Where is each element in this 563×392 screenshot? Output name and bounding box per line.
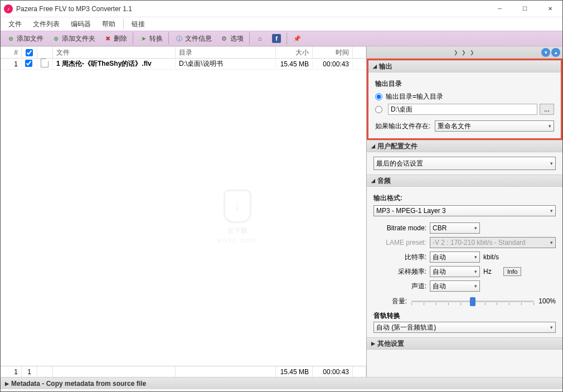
grid-header: # 文件 目录 大小 时间 <box>1 46 366 59</box>
row-time: 00:00:43 <box>313 60 353 68</box>
table-row[interactable]: 1 1 周杰伦-《听TheShy的话》.flv D:\桌面\说明书 15.45 … <box>1 59 366 70</box>
row-dir: D:\桌面\说明书 <box>176 59 276 69</box>
section-audio-header[interactable]: ◢音频 <box>367 175 562 187</box>
slider-thumb[interactable] <box>470 297 475 306</box>
output-dir-label: 输出目录 <box>375 77 554 91</box>
footer-size: 15.45 MB <box>276 366 313 377</box>
maximize-button[interactable]: ☐ <box>512 1 537 17</box>
row-checkbox[interactable] <box>25 60 32 67</box>
settings-header[interactable]: ❯ ❯ ❯ ▾ ▴ <box>367 46 562 59</box>
channel-value: 自动 <box>433 282 446 291</box>
output-section-highlighted: ◢输出 输出目录 输出目录=输入目录 ... 如果输出文件存在: 重命名文件 <box>367 59 562 140</box>
sample-unit: Hz <box>483 268 500 275</box>
minimize-button[interactable]: ─ <box>487 1 512 17</box>
footer-count2: 1 <box>22 366 37 377</box>
grid-footer: 1 1 15.45 MB 00:00:43 <box>1 366 366 377</box>
profile-combo[interactable]: 最后的会话设置 <box>373 157 556 170</box>
track-value: 自动 (第一音频轨道) <box>376 323 436 332</box>
section-other-header[interactable]: ▶其他设置 <box>367 337 562 350</box>
pin-icon: 📌 <box>293 34 302 43</box>
col-time[interactable]: 时间 <box>313 47 353 58</box>
add-file-label: 添加文件 <box>17 34 43 43</box>
format-combo[interactable]: MP3 - MPEG-1 Layer 3 <box>373 205 556 216</box>
expand-all-icon[interactable]: ▴ <box>551 48 560 57</box>
col-dir[interactable]: 目录 <box>176 47 276 58</box>
select-all-checkbox[interactable] <box>26 49 33 56</box>
home-button[interactable]: ⌂ <box>252 33 268 44</box>
facebook-icon: f <box>272 34 281 43</box>
bitrate-value: 自动 <box>433 253 446 262</box>
convert-icon: ➤ <box>139 34 148 43</box>
toolbar-separator <box>287 32 287 45</box>
section-output-title: 输出 <box>379 62 392 71</box>
if-exists-label: 如果输出文件存在: <box>375 122 430 131</box>
output-path-radio[interactable] <box>375 106 382 113</box>
facebook-button[interactable]: f <box>269 33 284 44</box>
convert-button[interactable]: ➤转换 <box>135 33 166 45</box>
lame-preset-label: LAME preset: <box>373 239 426 246</box>
sample-combo[interactable]: 自动 <box>430 266 480 277</box>
options-button[interactable]: ⚙选项 <box>216 33 247 45</box>
toolbar-separator <box>249 32 250 45</box>
info-button[interactable]: Info <box>503 267 521 276</box>
menu-editor[interactable]: 编码器 <box>65 18 96 31</box>
add-folder-button[interactable]: ⊕添加文件夹 <box>48 33 99 45</box>
volume-slider[interactable] <box>411 296 534 307</box>
bitrate-mode-value: CBR <box>433 224 446 232</box>
menu-help[interactable]: 帮助 <box>96 18 121 31</box>
collapse-all-icon[interactable]: ▾ <box>541 48 550 57</box>
bitrate-combo[interactable]: 自动 <box>430 251 480 263</box>
triangle-down-icon: ◢ <box>373 64 377 69</box>
channel-combo[interactable]: 自动 <box>430 280 480 292</box>
track-label: 音轨转换 <box>373 309 556 322</box>
triangle-right-icon: ▶ <box>371 341 375 346</box>
row-size: 15.45 MB <box>276 60 313 68</box>
bitrate-mode-combo[interactable]: CBR <box>430 222 480 234</box>
track-combo[interactable]: 自动 (第一音频轨道) <box>373 322 556 333</box>
file-info-button[interactable]: ⓘ文件信息 <box>171 33 215 45</box>
lame-preset-value: -V 2 : 170-210 kbit/s - Standard <box>433 239 526 246</box>
col-fill <box>353 47 366 58</box>
add-folder-label: 添加文件夹 <box>62 34 95 43</box>
output-path-input[interactable] <box>388 104 537 115</box>
col-file[interactable]: 文件 <box>53 47 176 58</box>
col-icon <box>37 47 53 58</box>
col-number[interactable]: # <box>1 47 22 58</box>
volume-label: 音量: <box>373 297 407 306</box>
expand-indicator: ❯ ❯ ❯ <box>454 50 475 55</box>
row-check <box>22 60 37 69</box>
section-profile-header[interactable]: ◢用户配置文件 <box>367 140 562 152</box>
lame-preset-combo: -V 2 : 170-210 kbit/s - Standard <box>430 237 556 248</box>
output-same-radio[interactable] <box>375 93 382 100</box>
col-check[interactable] <box>22 47 37 58</box>
close-button[interactable]: ✕ <box>537 1 562 17</box>
delete-label: 删除 <box>114 34 127 43</box>
titlebar: ♪ Pazera Free FLV to MP3 Converter 1.1 ─… <box>1 1 562 17</box>
row-filename: 1 周杰伦-《听TheShy的话》.flv <box>53 59 176 69</box>
delete-button[interactable]: ✖删除 <box>100 33 130 45</box>
browse-button[interactable]: ... <box>540 104 554 115</box>
if-exists-combo[interactable]: 重命名文件 <box>435 120 554 132</box>
section-output-header[interactable]: ◢输出 <box>368 60 561 72</box>
metadata-bar[interactable]: ▶ Metadata - Copy metadata from source f… <box>1 377 562 389</box>
file-info-label: 文件信息 <box>185 34 212 43</box>
add-file-button[interactable]: ⊕添加文件 <box>3 33 47 45</box>
settings-pane: ❯ ❯ ❯ ▾ ▴ ◢输出 输出目录 输出目录=输入目录 ... <box>367 46 562 377</box>
folder-plus-icon: ⊕ <box>51 34 60 43</box>
if-exists-value: 重命名文件 <box>438 122 471 131</box>
menu-filelist[interactable]: 文件列表 <box>27 18 65 31</box>
menu-file[interactable]: 文件 <box>3 18 27 31</box>
toolbar-separator <box>168 32 169 45</box>
menubar: 文件 文件列表 编码器 帮助 链接 <box>1 17 562 31</box>
file-icon <box>41 59 48 67</box>
file-list-pane: # 文件 目录 大小 时间 1 1 周杰伦-《听TheShy的话》.flv D:… <box>1 46 367 377</box>
menu-link[interactable]: 链接 <box>126 18 151 31</box>
convert-label: 转换 <box>149 34 163 43</box>
profile-value: 最后的会话设置 <box>376 159 423 168</box>
footer-count1: 1 <box>1 366 22 377</box>
pin-button[interactable]: 📌 <box>289 33 305 44</box>
row-number: 1 <box>1 60 22 68</box>
row-icon <box>37 59 53 69</box>
col-size[interactable]: 大小 <box>276 47 313 58</box>
grid-body[interactable]: 1 1 周杰伦-《听TheShy的话》.flv D:\桌面\说明书 15.45 … <box>1 59 366 366</box>
